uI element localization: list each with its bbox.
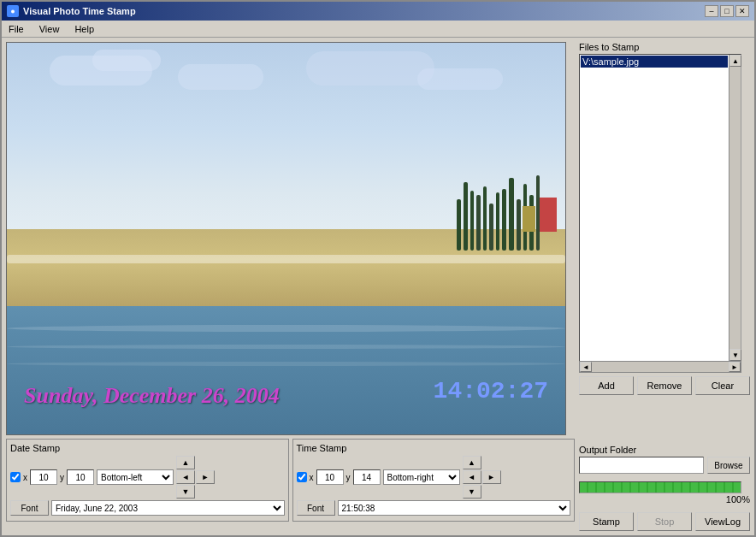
date-font-btn[interactable]: Font bbox=[10, 500, 49, 516]
progress-section: 100% bbox=[579, 481, 750, 505]
time-right-btn[interactable]: ► bbox=[482, 470, 501, 484]
photo-date-stamp: Sunday, December 26, 2004 bbox=[24, 383, 280, 409]
files-list-item[interactable]: V:\sample.jpg bbox=[581, 56, 728, 68]
output-label: Output Folder bbox=[579, 445, 750, 455]
stamp-btn[interactable]: Stamp bbox=[579, 512, 634, 531]
output-row: Browse bbox=[579, 457, 750, 474]
minimize-button[interactable]: – bbox=[705, 5, 718, 17]
date-stamp-checkbox[interactable] bbox=[10, 472, 21, 482]
wave-2 bbox=[7, 345, 565, 349]
date-y-label: y bbox=[60, 473, 64, 482]
bottom-controls: Date Stamp x y Bottom-left Top-left Top-… bbox=[6, 439, 575, 522]
tree-9 bbox=[509, 178, 514, 251]
files-list-inner: V:\sample.jpg bbox=[580, 55, 729, 361]
time-stamp-row-1: x y Bottom-right Top-left Top-right Bott… bbox=[297, 456, 571, 499]
progress-label: 100% bbox=[579, 494, 750, 505]
app-icon bbox=[7, 5, 19, 17]
shoreline bbox=[7, 255, 565, 263]
tree-3 bbox=[470, 191, 474, 251]
files-section: Files to Stamp V:\sample.jpg ▲ ▼ ◄ ► bbox=[579, 42, 750, 437]
files-scrollbar: ▲ ▼ bbox=[729, 55, 741, 361]
files-scroll-down-btn[interactable]: ▼ bbox=[729, 349, 741, 361]
action-buttons: Stamp Stop ViewLog bbox=[579, 512, 750, 531]
time-left-btn[interactable]: ◄ bbox=[463, 470, 481, 484]
time-up-btn[interactable]: ▲ bbox=[463, 456, 481, 469]
output-folder-input[interactable] bbox=[579, 457, 704, 474]
time-stamp-title: Time Stamp bbox=[297, 443, 571, 453]
tree-10 bbox=[517, 199, 521, 251]
time-position-select[interactable]: Bottom-right Top-left Top-right Bottom-l… bbox=[383, 469, 460, 485]
maximize-button[interactable]: □ bbox=[720, 5, 734, 17]
files-hscroll-track bbox=[592, 362, 729, 372]
time-y-input[interactable] bbox=[353, 469, 381, 485]
date-stamp-title: Date Stamp bbox=[10, 443, 285, 453]
cloud-5 bbox=[417, 68, 503, 90]
date-y-input[interactable] bbox=[67, 469, 94, 485]
time-x-input[interactable] bbox=[316, 469, 344, 485]
wave-3 bbox=[7, 362, 565, 366]
cloud-2 bbox=[92, 50, 161, 71]
progress-bar-container bbox=[579, 481, 741, 493]
photo-time-stamp: 14:02:27 bbox=[434, 378, 548, 404]
titlebar-buttons: – □ ✕ bbox=[705, 5, 749, 17]
tree-4 bbox=[476, 195, 481, 251]
stop-btn[interactable]: Stop bbox=[637, 512, 692, 531]
tree-1 bbox=[457, 199, 461, 251]
app-title: Visual Photo Time Stamp bbox=[23, 6, 136, 16]
right-panel: Files to Stamp V:\sample.jpg ▲ ▼ ◄ ► bbox=[579, 42, 750, 531]
date-nav-buttons: ▲ ◄ ► ▼ bbox=[176, 456, 215, 499]
date-down-btn[interactable]: ▼ bbox=[176, 485, 195, 499]
date-value-select[interactable]: Friday, June 22, 2003 bbox=[51, 500, 285, 516]
photo-preview: Sunday, December 26, 2004 14:02:27 bbox=[6, 42, 566, 435]
menu-help[interactable]: Help bbox=[71, 23, 97, 35]
left-panel: Sunday, December 26, 2004 14:02:27 Date … bbox=[6, 42, 575, 531]
files-list-wrapper: V:\sample.jpg ▲ ▼ bbox=[579, 54, 741, 362]
files-hscroll-right-btn[interactable]: ► bbox=[729, 362, 741, 372]
building-2 bbox=[523, 206, 535, 232]
date-x-label: x bbox=[23, 473, 27, 482]
svg-rect-2 bbox=[11, 7, 15, 9]
time-stamp-panel: Time Stamp x y Bottom-right Top-left Top… bbox=[292, 439, 576, 522]
date-stamp-panel: Date Stamp x y Bottom-left Top-left Top-… bbox=[6, 439, 289, 522]
date-right-btn[interactable]: ► bbox=[196, 470, 215, 484]
svg-point-1 bbox=[11, 10, 15, 14]
time-stamp-row-2: Font 21:50:38 bbox=[297, 500, 571, 516]
time-value-select[interactable]: 21:50:38 bbox=[338, 500, 571, 516]
tree-8 bbox=[502, 189, 506, 251]
menu-file[interactable]: File bbox=[5, 23, 27, 35]
tree-2 bbox=[464, 182, 468, 251]
output-section: Output Folder Browse bbox=[579, 445, 750, 474]
date-up-btn[interactable]: ▲ bbox=[176, 456, 195, 469]
time-x-label: x bbox=[310, 473, 314, 482]
menu-view[interactable]: View bbox=[36, 23, 63, 35]
browse-btn[interactable]: Browse bbox=[707, 457, 750, 474]
clear-btn[interactable]: Clear bbox=[695, 376, 750, 395]
files-action-buttons: Add Remove Clear bbox=[579, 376, 750, 395]
remove-btn[interactable]: Remove bbox=[637, 376, 692, 395]
tree-7 bbox=[496, 192, 499, 251]
viewlog-btn[interactable]: ViewLog bbox=[695, 512, 750, 531]
date-lr-row: ◄ ► bbox=[176, 470, 215, 484]
add-btn[interactable]: Add bbox=[579, 376, 634, 395]
files-hscroll-left-btn[interactable]: ◄ bbox=[580, 362, 592, 372]
time-nav-buttons: ▲ ◄ ► ▼ bbox=[463, 456, 501, 499]
time-down-btn[interactable]: ▼ bbox=[463, 485, 481, 499]
time-stamp-checkbox[interactable] bbox=[297, 472, 307, 482]
files-scroll-track bbox=[729, 67, 741, 349]
progress-bar-fill bbox=[580, 482, 741, 493]
date-position-select[interactable]: Bottom-left Top-left Top-right Bottom-ri… bbox=[97, 469, 174, 485]
tree-6 bbox=[489, 204, 493, 251]
titlebar: Visual Photo Time Stamp – □ ✕ bbox=[2, 2, 754, 21]
date-x-input[interactable] bbox=[30, 469, 57, 485]
close-button[interactable]: ✕ bbox=[735, 5, 749, 17]
date-stamp-row-2: Font Friday, June 22, 2003 bbox=[10, 500, 285, 516]
time-lr-row: ◄ ► bbox=[463, 470, 501, 484]
cloud-4 bbox=[306, 51, 434, 86]
main-content: Sunday, December 26, 2004 14:02:27 Date … bbox=[2, 38, 754, 535]
files-scroll-up-btn[interactable]: ▲ bbox=[729, 55, 741, 67]
titlebar-left: Visual Photo Time Stamp bbox=[7, 5, 136, 17]
tree-5 bbox=[483, 186, 487, 251]
date-left-btn[interactable]: ◄ bbox=[176, 470, 195, 484]
time-font-btn[interactable]: Font bbox=[297, 500, 335, 516]
time-y-label: y bbox=[346, 473, 351, 482]
